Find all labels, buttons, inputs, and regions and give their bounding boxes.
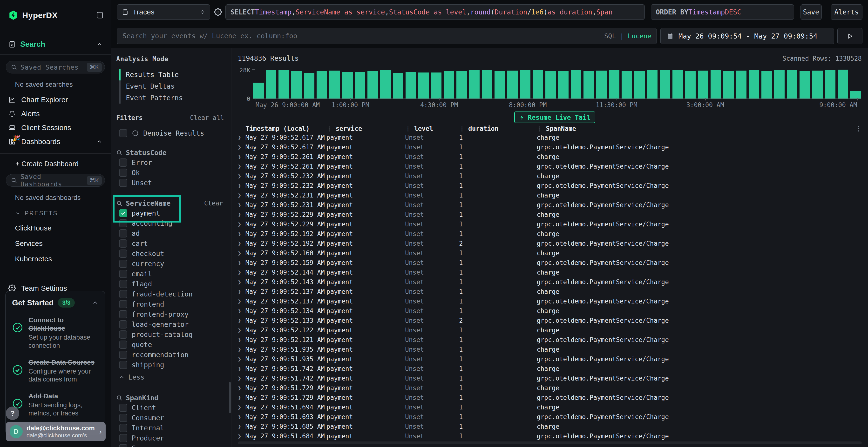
table-row[interactable]: ❯May 27 9:09:51.742 AMpaymentUnset1grpc.… <box>238 374 862 383</box>
filter-checkbox-item[interactable]: ad <box>116 228 224 238</box>
histogram-bar[interactable] <box>380 70 391 99</box>
chevron-up-icon[interactable] <box>96 41 102 47</box>
checkbox[interactable] <box>119 159 127 167</box>
expand-row-icon[interactable]: ❯ <box>238 375 245 382</box>
filter-checkbox-item[interactable]: quote <box>116 340 224 350</box>
expand-row-icon[interactable]: ❯ <box>238 134 245 141</box>
filter-checkbox-item[interactable]: shipping <box>116 360 224 370</box>
analysis-mode-tab[interactable]: Results Table <box>116 69 224 80</box>
table-row[interactable]: ❯May 27 9:09:52.232 AMpaymentUnset1charg… <box>238 171 862 181</box>
horizontal-scrollbar[interactable] <box>238 442 862 444</box>
run-query-button[interactable] <box>837 28 863 44</box>
checkbox[interactable] <box>119 351 127 359</box>
checkbox[interactable] <box>119 414 127 422</box>
filter-checkbox-item[interactable]: product-catalog <box>116 330 224 340</box>
filter-checkbox-item[interactable]: recommendation <box>116 350 224 360</box>
table-row[interactable]: ❯May 27 9:09:52.232 AMpaymentUnset1grpc.… <box>238 181 862 191</box>
filter-checkbox-item[interactable]: cart <box>116 238 224 248</box>
filter-checkbox-item[interactable]: Producer <box>116 433 224 443</box>
histogram-bar[interactable] <box>596 71 607 99</box>
expand-row-icon[interactable]: ❯ <box>238 279 245 285</box>
expand-row-icon[interactable]: ❯ <box>238 317 245 324</box>
histogram-bar[interactable] <box>291 71 302 99</box>
mode-sql-label[interactable]: SQL <box>604 32 616 40</box>
sidebar-item-preset-services[interactable]: Services <box>15 239 111 248</box>
histogram-bar[interactable] <box>558 71 569 99</box>
sidebar-item-search[interactable]: Search <box>0 39 111 49</box>
histogram-bar[interactable] <box>482 70 492 99</box>
drag-handle-icon[interactable]: ⋮ <box>459 126 465 132</box>
filter-checkbox-item[interactable]: Server <box>116 443 224 447</box>
checkbox[interactable] <box>119 310 127 318</box>
histogram-bar[interactable] <box>317 71 327 99</box>
table-row[interactable]: ❯May 27 9:09:51.935 AMpaymentUnset1charg… <box>238 345 862 354</box>
checkbox[interactable] <box>119 434 127 442</box>
get-started-item[interactable]: Connect to ClickHouseSet up your databas… <box>12 316 99 350</box>
expand-row-icon[interactable]: ❯ <box>238 346 245 353</box>
checkbox[interactable] <box>119 260 127 268</box>
checkbox[interactable] <box>119 424 127 432</box>
filter-checkbox-item[interactable]: Unset <box>116 178 224 188</box>
histogram-bar[interactable] <box>723 71 734 99</box>
table-row[interactable]: ❯May 27 9:09:52.137 AMpaymentUnset1grpc.… <box>238 297 862 306</box>
get-started-item[interactable]: Create Data SourcesConfigure where your … <box>12 358 99 384</box>
histogram-bar[interactable] <box>685 71 695 99</box>
histogram-bar[interactable] <box>622 71 632 99</box>
histogram-bar[interactable] <box>812 71 823 99</box>
column-header-duration[interactable]: ⋮duration <box>459 125 537 132</box>
histogram-bar[interactable] <box>329 71 340 99</box>
histogram-bar[interactable] <box>825 70 835 99</box>
sidebar-item-chart-explorer[interactable]: Chart Explorer <box>0 93 111 107</box>
expand-row-icon[interactable]: ❯ <box>238 231 245 237</box>
table-row[interactable]: ❯May 27 9:09:52.122 AMpaymentUnset1charg… <box>238 325 862 335</box>
analysis-mode-tab[interactable]: Event Patterns <box>116 92 224 104</box>
checkbox[interactable] <box>119 341 127 349</box>
histogram-bar[interactable] <box>634 71 645 99</box>
table-row[interactable]: ❯May 27 9:09:52.134 AMpaymentUnset1charg… <box>238 306 862 316</box>
histogram-bar[interactable] <box>266 70 277 99</box>
histogram-bar[interactable] <box>278 70 289 99</box>
expand-row-icon[interactable]: ❯ <box>238 163 245 170</box>
checkbox[interactable] <box>119 404 127 412</box>
expand-row-icon[interactable]: ❯ <box>238 250 245 256</box>
histogram-bar[interactable] <box>444 71 454 99</box>
expand-row-icon[interactable]: ❯ <box>238 144 245 150</box>
expand-row-icon[interactable]: ❯ <box>238 404 245 411</box>
analysis-mode-tab[interactable]: Event Deltas <box>116 80 224 92</box>
checkbox[interactable] <box>119 239 127 248</box>
resume-live-tail-button[interactable]: Resume Live Tail <box>514 111 595 123</box>
filter-checkbox-item[interactable]: Error <box>116 158 224 168</box>
table-row[interactable]: ❯May 27 9:09:52.229 AMpaymentUnset1charg… <box>238 210 862 219</box>
table-row[interactable]: ❯May 27 9:09:51.685 AMpaymentUnset1charg… <box>238 422 862 431</box>
histogram-bar[interactable] <box>736 71 746 99</box>
sidebar-item-alerts[interactable]: Alerts <box>0 107 111 121</box>
expand-row-icon[interactable]: ❯ <box>238 211 245 218</box>
source-select[interactable]: Traces <box>117 4 210 20</box>
expand-row-icon[interactable]: ❯ <box>238 327 245 334</box>
filter-checkbox-item[interactable]: accounting <box>116 218 224 228</box>
presets-toggle[interactable]: PRESETS <box>15 210 111 217</box>
table-row[interactable]: ❯May 27 9:09:51.935 AMpaymentUnset1grpc.… <box>238 354 862 364</box>
checkbox[interactable] <box>119 300 127 308</box>
filter-checkbox-item[interactable]: load-generator <box>116 319 224 330</box>
table-row[interactable]: ❯May 27 9:09:52.231 AMpaymentUnset1grpc.… <box>238 200 862 210</box>
expand-row-icon[interactable]: ❯ <box>238 356 245 363</box>
table-row[interactable]: ❯May 27 9:09:52.133 AMpaymentUnset2grpc.… <box>238 316 862 325</box>
histogram-bar[interactable] <box>673 70 683 99</box>
column-header-timestamp[interactable]: Timestamp (Local) <box>245 125 327 132</box>
table-row[interactable]: ❯May 27 9:09:51.742 AMpaymentUnset1charg… <box>238 364 862 374</box>
drag-handle-icon[interactable]: ⋮ <box>537 126 542 132</box>
filter-checkbox-item[interactable]: flagd <box>116 279 224 289</box>
filter-checkbox-item[interactable]: Internal <box>116 423 224 433</box>
histogram-bar[interactable] <box>571 70 581 99</box>
expand-row-icon[interactable]: ❯ <box>238 202 245 208</box>
checkbox[interactable] <box>119 219 127 227</box>
expand-row-icon[interactable]: ❯ <box>238 385 245 391</box>
histogram-bar[interactable] <box>342 72 353 99</box>
expand-row-icon[interactable]: ❯ <box>238 337 245 343</box>
expand-row-icon[interactable]: ❯ <box>238 308 245 314</box>
expand-row-icon[interactable]: ❯ <box>238 394 245 401</box>
histogram-bar[interactable] <box>660 70 670 99</box>
histogram-bar[interactable] <box>749 70 759 99</box>
histogram-bar[interactable] <box>431 72 442 99</box>
